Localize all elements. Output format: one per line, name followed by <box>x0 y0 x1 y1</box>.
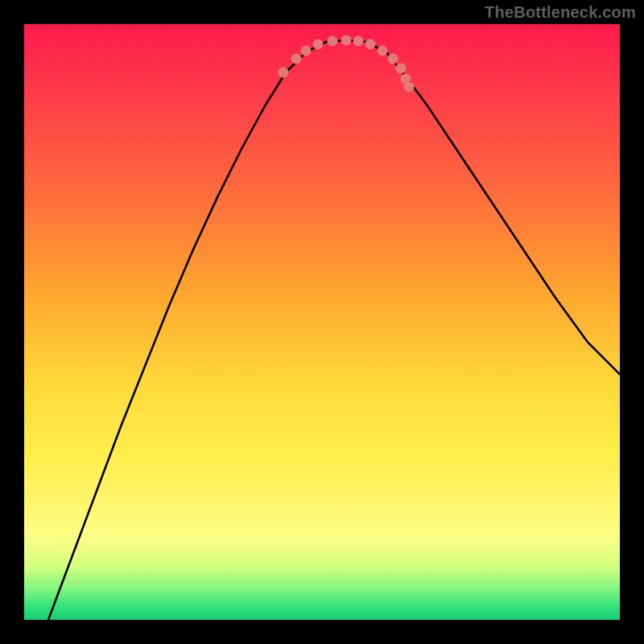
highlight-dot <box>291 54 302 64</box>
highlight-dot <box>388 54 398 64</box>
bottleneck-curve <box>48 40 620 620</box>
highlight-dot <box>353 36 364 47</box>
highlight-dot <box>396 64 407 74</box>
highlight-dot <box>404 82 415 93</box>
highlight-dot <box>378 46 388 56</box>
highlight-dots <box>279 35 415 93</box>
curve-layer <box>24 24 620 620</box>
highlight-dot <box>328 36 338 47</box>
highlight-dot <box>301 46 312 56</box>
highlight-dot <box>279 68 289 78</box>
highlight-dot <box>313 39 324 50</box>
highlight-dot <box>365 39 376 50</box>
plot-area <box>24 24 620 620</box>
watermark-text: TheBottleneck.com <box>485 3 636 22</box>
chart-frame: TheBottleneck.com <box>0 0 644 644</box>
highlight-dot <box>341 35 352 46</box>
